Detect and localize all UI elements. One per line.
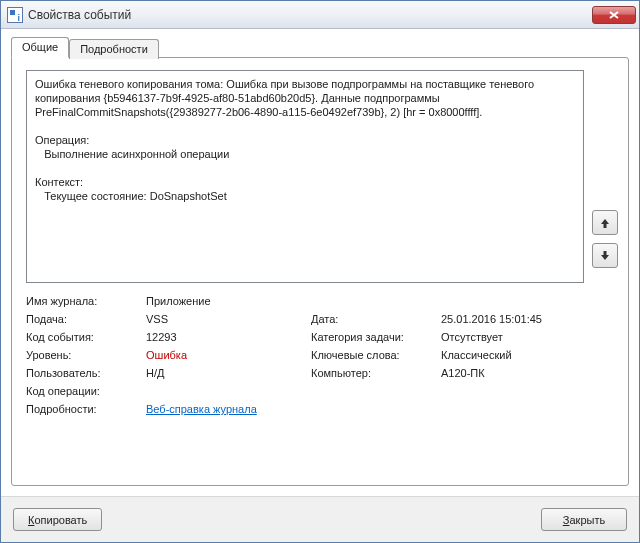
log-name-label: Имя журнала: [26, 295, 146, 307]
keywords-label: Ключевые слова: [311, 349, 441, 361]
window-title: Свойства событий [28, 8, 592, 22]
arrow-up-icon [599, 217, 611, 229]
opcode-label: Код операции: [26, 385, 146, 397]
event-message-box[interactable]: Ошибка теневого копирования тома: Ошибка… [26, 70, 584, 283]
opcode-value [146, 385, 614, 397]
window-close-button[interactable] [592, 6, 636, 24]
level-value: Ошибка [146, 349, 311, 361]
client-area: Общие Подробности Ошибка теневого копиро… [1, 29, 639, 496]
event-id-value: 12293 [146, 331, 311, 343]
user-label: Пользователь: [26, 367, 146, 379]
app-icon [7, 7, 23, 23]
nav-arrows [592, 210, 618, 268]
msg-ctx-label: Контекст: [35, 176, 83, 188]
prev-event-button[interactable] [592, 210, 618, 235]
tab-strip: Общие Подробности [11, 37, 629, 58]
details-label: Подробности: [26, 403, 146, 415]
keywords-value: Классический [441, 349, 614, 361]
category-value: Отсутствует [441, 331, 614, 343]
close-label-rest: акрыть [569, 514, 605, 526]
computer-value: A120-ПК [441, 367, 614, 379]
arrow-down-icon [599, 250, 611, 262]
source-label: Подача: [26, 313, 146, 325]
source-value: VSS [146, 313, 311, 325]
properties-grid: Имя журнала: Приложение Подача: VSS Дата… [26, 295, 614, 415]
details-value: Веб-справка журнала [146, 403, 614, 415]
tab-details[interactable]: Подробности [69, 39, 159, 59]
titlebar: Свойства событий [1, 1, 639, 29]
next-event-button[interactable] [592, 243, 618, 268]
date-value: 25.01.2016 15:01:45 [441, 313, 614, 325]
event-properties-window: Свойства событий Общие Подробности Ошибк… [0, 0, 640, 543]
user-value: Н/Д [146, 367, 311, 379]
copy-button[interactable]: Копировать [13, 508, 102, 531]
copy-label-rest: опировать [34, 514, 87, 526]
level-label: Уровень: [26, 349, 146, 361]
tab-body-general: Ошибка теневого копирования тома: Ошибка… [11, 57, 629, 486]
date-label: Дата: [311, 313, 441, 325]
computer-label: Компьютер: [311, 367, 441, 379]
close-icon [609, 11, 619, 19]
close-button[interactable]: Закрыть [541, 508, 627, 531]
log-name-value: Приложение [146, 295, 614, 307]
event-id-label: Код события: [26, 331, 146, 343]
category-label: Категория задачи: [311, 331, 441, 343]
msg-body: Ошибка теневого копирования тома: Ошибка… [35, 78, 537, 118]
web-help-link[interactable]: Веб-справка журнала [146, 403, 257, 415]
msg-op-value: Выполнение асинхронной операции [35, 148, 229, 160]
msg-op-label: Операция: [35, 134, 89, 146]
tab-general[interactable]: Общие [11, 37, 69, 58]
dialog-footer: Копировать Закрыть [1, 496, 639, 542]
msg-ctx-value: Текущее состояние: DoSnapshotSet [35, 190, 227, 202]
